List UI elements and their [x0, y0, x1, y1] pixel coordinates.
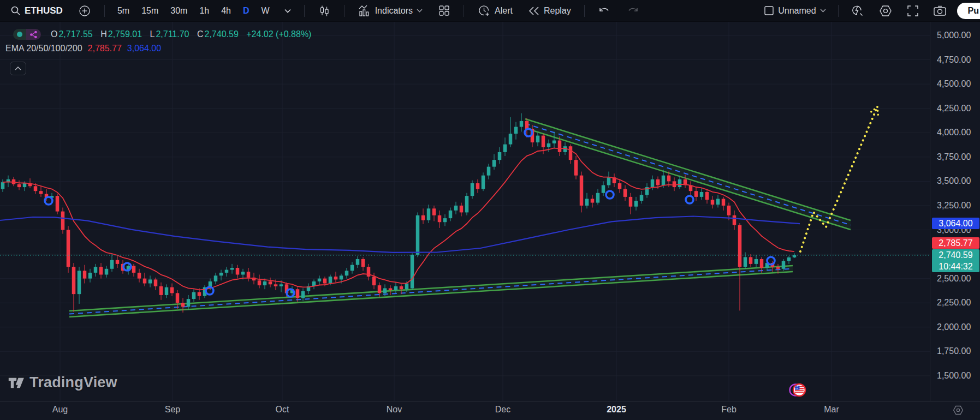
search-icon — [10, 5, 21, 16]
bar-countdown: 10:44:32 — [932, 261, 979, 272]
price-tick-label: 2,500.00 — [937, 274, 971, 284]
chart-pane: O2,717.55 H2,759.01 L2,711.70 C2,740.59 … — [0, 22, 930, 401]
toolbar-divider — [838, 5, 839, 17]
indicators-templates-chevron-icon — [417, 9, 423, 13]
ema-label: EMA 20/50/100/200 — [5, 44, 82, 53]
timeframe-button-4h[interactable]: 4h — [218, 4, 234, 18]
price-tick-label: 1,500.00 — [937, 371, 971, 381]
time-axis-label-2025: 2025 — [600, 405, 633, 415]
alert-label: Alert — [495, 6, 513, 16]
price-tick-label: 3,250.00 — [937, 201, 971, 211]
chart-legend: O2,717.55 H2,759.01 L2,711.70 C2,740.59 … — [5, 28, 312, 53]
high-value: 2,759.01 — [108, 29, 142, 39]
chart-style-candles-icon[interactable] — [314, 2, 335, 20]
time-axis-label-Feb: Feb — [712, 405, 745, 415]
change-value: +24.02 (+0.88%) — [246, 29, 311, 39]
low-value: 2,711.70 — [156, 29, 189, 39]
last-price-badge: 2,740.5910:44:32 — [932, 249, 979, 272]
time-axis-label-Dec: Dec — [486, 405, 519, 415]
ema-legend-row[interactable]: EMA 20/50/100/200 2,785.77 3,064.00 — [5, 44, 312, 53]
toolbar-divider — [584, 5, 585, 17]
layout-name-label: Unnamed — [778, 6, 816, 16]
time-axis-label-Aug: Aug — [44, 405, 76, 415]
toolbar-divider — [344, 5, 345, 17]
layout-manager-button[interactable]: Unnamed — [760, 3, 829, 18]
close-value: 2,740.59 — [205, 29, 239, 39]
symbol-search-button[interactable]: ETHUSD — [7, 3, 67, 19]
replay-icon — [528, 6, 540, 16]
price-tick-label: 4,000.00 — [937, 128, 971, 137]
time-axis[interactable]: AugSepOctNovDec2025FebMar — [0, 401, 980, 420]
symbol-title: ETHUSD — [25, 5, 63, 16]
alert-clock-icon — [477, 4, 491, 17]
watermark-text: TradingView — [29, 374, 117, 391]
ema20-value: 2,785.77 — [88, 44, 122, 53]
timeframe-button-1h[interactable]: 1h — [196, 4, 212, 18]
undo-icon[interactable] — [594, 4, 615, 18]
source-status-pill[interactable] — [13, 29, 41, 40]
toolbar-divider — [464, 5, 464, 17]
price-tick-label: 1,750.00 — [937, 346, 971, 356]
replay-button[interactable]: Replay — [524, 4, 575, 18]
single-layout-icon — [764, 5, 774, 16]
data-status-dot-icon — [17, 32, 22, 37]
indicators-label: Indicators — [375, 6, 413, 16]
price-tick-label: 2,000.00 — [937, 322, 971, 332]
publish-button[interactable]: Pu — [957, 3, 980, 19]
chart-canvas[interactable] — [0, 22, 930, 401]
timeframe-expand-chevron-icon[interactable] — [281, 7, 295, 15]
open-value: 2,717.55 — [58, 29, 92, 39]
price-tick-label: 5,000.00 — [937, 31, 971, 40]
price-tick-label: 4,750.00 — [937, 55, 971, 65]
alert-button[interactable]: Alert — [473, 2, 516, 20]
indicators-icon — [358, 4, 371, 17]
price-tick-label: 3,500.00 — [937, 176, 971, 186]
ohlc-readout: O2,717.55 H2,759.01 L2,711.70 C2,740.59 … — [51, 29, 312, 39]
toolbar-divider — [304, 5, 305, 17]
screenshot-camera-icon[interactable] — [929, 3, 951, 19]
price-tick-label: 4,500.00 — [937, 79, 971, 89]
tradingview-logo-icon — [8, 375, 25, 391]
redo-icon[interactable] — [622, 4, 643, 18]
timeframe-button-30m[interactable]: 30m — [167, 4, 191, 18]
ema200-badge: 3,064.00 — [932, 218, 979, 229]
indicators-button[interactable]: Indicators — [354, 2, 426, 20]
timeframe-button-5m[interactable]: 5m — [114, 4, 133, 18]
ema20-badge: 2,785.77 — [932, 237, 979, 249]
timeframe-group: 5m15m30m1h4hDW — [114, 4, 273, 18]
settings-icon[interactable] — [875, 2, 896, 20]
publish-label: Pu — [968, 6, 979, 16]
timeframe-button-W[interactable]: W — [258, 4, 273, 18]
time-axis-label-Mar: Mar — [815, 405, 848, 415]
layout-chevron-icon — [820, 9, 826, 13]
quick-search-icon[interactable] — [847, 2, 868, 20]
toolbar-divider — [104, 5, 105, 17]
price-axis[interactable]: 5,000.004,750.004,500.004,250.004,000.00… — [930, 22, 980, 401]
price-tick-label: 4,250.00 — [937, 104, 971, 113]
top-toolbar: ETHUSD 5m15m30m1h4hDW Indicators — [0, 0, 980, 22]
fullscreen-icon[interactable] — [903, 3, 923, 19]
axis-settings-gear-icon[interactable] — [952, 405, 964, 416]
price-tick-label: 2,250.00 — [937, 298, 971, 308]
data-status-segment — [13, 29, 26, 40]
time-axis-label-Sep: Sep — [156, 405, 189, 415]
tradingview-watermark: TradingView — [8, 374, 117, 391]
price-tick-label: 3,750.00 — [937, 152, 971, 162]
share-segment — [26, 29, 41, 40]
compare-add-icon[interactable] — [74, 2, 95, 20]
timeframe-button-15m[interactable]: 15m — [138, 4, 162, 18]
ema200-value: 3,064.00 — [127, 44, 161, 53]
layout-grid-icon[interactable] — [434, 2, 454, 19]
share-icon — [29, 31, 38, 39]
replay-label: Replay — [544, 6, 571, 16]
legend-collapse-button[interactable] — [10, 62, 26, 75]
timeframe-button-D[interactable]: D — [240, 4, 253, 18]
economic-event-flag-icon[interactable] — [788, 383, 810, 397]
time-axis-label-Oct: Oct — [266, 405, 299, 415]
time-axis-label-Nov: Nov — [378, 405, 411, 415]
